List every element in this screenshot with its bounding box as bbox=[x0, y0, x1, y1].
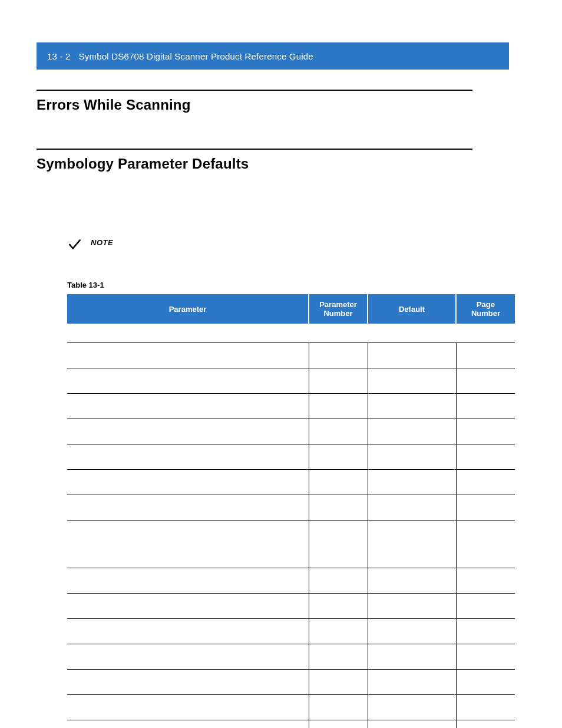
col-header-default: Default bbox=[368, 294, 456, 324]
table-row bbox=[67, 324, 515, 343]
col-header-page-number: Page Number bbox=[456, 294, 515, 324]
table-cell bbox=[456, 619, 515, 644]
table-row bbox=[67, 470, 515, 495]
checkmark-icon bbox=[67, 237, 82, 252]
col-header-parameter: Parameter bbox=[67, 294, 309, 324]
table-row bbox=[67, 394, 515, 419]
table-cell bbox=[309, 568, 368, 594]
table-cell bbox=[309, 644, 368, 670]
table-cell bbox=[67, 394, 309, 419]
section-title-errors: Errors While Scanning bbox=[37, 97, 509, 113]
table-cell bbox=[309, 521, 368, 568]
table-caption: Table 13-1 bbox=[67, 281, 509, 289]
table-cell bbox=[368, 695, 456, 720]
section-errors: Errors While Scanning bbox=[37, 90, 509, 113]
parameter-table: Parameter Parameter Number Default Page … bbox=[67, 294, 515, 728]
table-cell bbox=[456, 521, 515, 568]
col-header-parameter-number: Parameter Number bbox=[309, 294, 368, 324]
table-cell bbox=[309, 695, 368, 720]
table-cell bbox=[67, 619, 309, 644]
table-cell bbox=[456, 720, 515, 729]
table-cell bbox=[309, 495, 368, 521]
table-cell bbox=[368, 444, 456, 470]
table-cell bbox=[368, 568, 456, 594]
table-row bbox=[67, 695, 515, 720]
table-row bbox=[67, 670, 515, 695]
table-cell bbox=[456, 470, 515, 495]
table-cell bbox=[456, 695, 515, 720]
table-cell bbox=[309, 470, 368, 495]
table-cell bbox=[67, 521, 309, 568]
table-cell bbox=[67, 343, 309, 368]
table-cell bbox=[456, 495, 515, 521]
table-cell bbox=[67, 568, 309, 594]
table-cell bbox=[309, 444, 368, 470]
table-cell bbox=[67, 444, 309, 470]
table-cell bbox=[309, 594, 368, 619]
table-cell bbox=[368, 670, 456, 695]
table-cell bbox=[456, 394, 515, 419]
table-cell bbox=[368, 470, 456, 495]
table-row bbox=[67, 521, 515, 568]
table-row bbox=[67, 568, 515, 594]
table-cell bbox=[309, 670, 368, 695]
table-cell bbox=[368, 394, 456, 419]
table-cell bbox=[309, 394, 368, 419]
page-header: 13 - 2 Symbol DS6708 Digital Scanner Pro… bbox=[37, 42, 509, 70]
table-cell bbox=[309, 720, 368, 729]
table-cell bbox=[67, 644, 309, 670]
table-cell bbox=[67, 324, 515, 343]
table-cell bbox=[67, 695, 309, 720]
table-row bbox=[67, 619, 515, 644]
table-cell bbox=[67, 419, 309, 444]
table-row bbox=[67, 495, 515, 521]
table-header-row: Parameter Parameter Number Default Page … bbox=[67, 294, 515, 324]
table-row bbox=[67, 343, 515, 368]
table-cell bbox=[368, 419, 456, 444]
section-rule bbox=[37, 149, 472, 150]
table-cell bbox=[309, 343, 368, 368]
table-cell bbox=[456, 594, 515, 619]
table-cell bbox=[456, 343, 515, 368]
table-body bbox=[67, 324, 515, 728]
page-container: 13 - 2 Symbol DS6708 Digital Scanner Pro… bbox=[0, 0, 562, 728]
table-cell bbox=[67, 594, 309, 619]
table-cell bbox=[67, 670, 309, 695]
section-title-defaults: Symbology Parameter Defaults bbox=[37, 156, 509, 172]
table-cell bbox=[456, 670, 515, 695]
table-cell bbox=[368, 343, 456, 368]
table-cell bbox=[456, 419, 515, 444]
table-cell bbox=[456, 444, 515, 470]
table-cell bbox=[368, 521, 456, 568]
table-cell bbox=[368, 619, 456, 644]
doc-title: Symbol DS6708 Digital Scanner Product Re… bbox=[79, 51, 313, 61]
table-cell bbox=[368, 720, 456, 729]
table-cell bbox=[456, 368, 515, 394]
table-cell bbox=[67, 368, 309, 394]
section-rule bbox=[37, 90, 472, 91]
table-cell bbox=[368, 368, 456, 394]
table-cell bbox=[368, 644, 456, 670]
table-cell bbox=[309, 619, 368, 644]
page-number: 13 - 2 bbox=[47, 51, 71, 61]
table-row bbox=[67, 419, 515, 444]
table-cell bbox=[456, 644, 515, 670]
table-cell bbox=[67, 470, 309, 495]
table-row bbox=[67, 444, 515, 470]
table-cell bbox=[456, 568, 515, 594]
table-row bbox=[67, 368, 515, 394]
table-cell bbox=[309, 368, 368, 394]
table-row bbox=[67, 594, 515, 619]
table-cell bbox=[368, 495, 456, 521]
section-defaults: Symbology Parameter Defaults bbox=[37, 149, 509, 172]
table-row bbox=[67, 720, 515, 729]
table-row bbox=[67, 644, 515, 670]
note-label: NOTE bbox=[91, 238, 113, 247]
table-cell bbox=[67, 495, 309, 521]
table-cell bbox=[67, 720, 309, 729]
table-cell bbox=[309, 419, 368, 444]
table-cell bbox=[368, 594, 456, 619]
note-block: NOTE bbox=[67, 237, 509, 252]
